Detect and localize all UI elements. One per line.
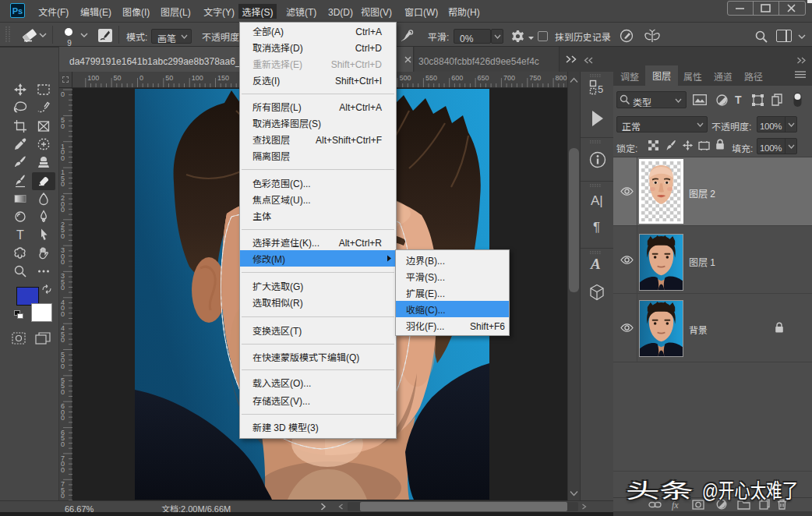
svg-text:100: 100	[87, 74, 99, 82]
svg-text:550: 550	[425, 74, 437, 82]
svg-text:600: 600	[451, 74, 463, 82]
svg-text:T: T	[16, 228, 24, 242]
svg-text:0: 0	[61, 258, 65, 266]
svg-text:0: 0	[61, 336, 65, 344]
svg-text:0: 0	[61, 492, 65, 500]
svg-text:0: 0	[61, 154, 65, 162]
svg-text:50: 50	[165, 74, 173, 82]
svg-text:0: 0	[61, 284, 65, 292]
svg-text:0: 0	[61, 440, 65, 448]
svg-text:0: 0	[61, 466, 65, 474]
svg-text:0: 0	[139, 74, 143, 82]
svg-text:0: 0	[61, 180, 65, 188]
svg-text:0: 0	[61, 90, 65, 98]
svg-text:0: 0	[61, 388, 65, 396]
svg-text:0: 0	[61, 232, 65, 240]
svg-text:150: 150	[217, 74, 229, 82]
svg-text:50: 50	[114, 74, 122, 82]
svg-text:500: 500	[400, 74, 411, 82]
svg-text:0: 0	[61, 362, 65, 370]
svg-text:0: 0	[61, 122, 65, 130]
svg-text:800: 800	[556, 74, 567, 82]
svg-text:0: 0	[61, 414, 65, 422]
svg-text:100: 100	[192, 74, 203, 82]
svg-text:0: 0	[61, 310, 65, 318]
svg-text:5: 5	[598, 83, 603, 95]
svg-text:700: 700	[503, 74, 515, 82]
svg-text:0: 0	[61, 206, 65, 214]
svg-text:750: 750	[529, 74, 541, 82]
svg-text:650: 650	[478, 74, 489, 82]
